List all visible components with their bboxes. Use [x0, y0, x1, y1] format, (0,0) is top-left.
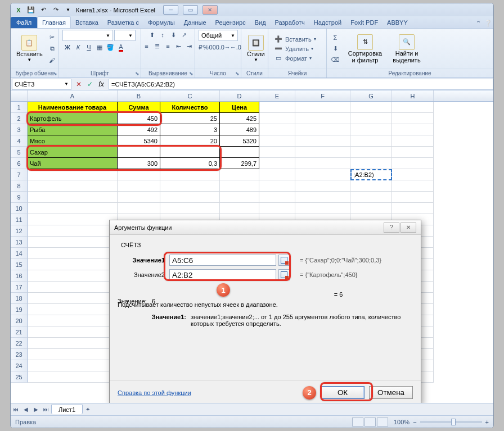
row-header[interactable]: 14 [11, 248, 28, 259]
cell[interactable]: 489 [220, 124, 259, 135]
cell[interactable] [295, 147, 350, 158]
cell[interactable] [259, 169, 295, 180]
cell[interactable] [28, 214, 118, 225]
border-icon[interactable]: ▦ [94, 42, 105, 52]
enter-formula-icon[interactable]: ✓ [85, 79, 95, 89]
cell[interactable] [28, 169, 118, 180]
cell[interactable] [392, 169, 434, 180]
tab-abbyy[interactable]: ABBYY [382, 17, 412, 28]
cell[interactable] [160, 192, 220, 203]
cell[interactable] [392, 180, 434, 192]
cell[interactable] [160, 169, 220, 180]
cell[interactable]: 20 [160, 135, 220, 147]
row-header[interactable]: 25 [11, 371, 28, 383]
cell[interactable] [259, 124, 295, 135]
view-normal-icon[interactable] [352, 418, 363, 427]
tab-data[interactable]: Данные [179, 17, 211, 28]
cell[interactable] [118, 147, 160, 158]
align-right-icon[interactable]: ≡ [163, 41, 173, 51]
col-header[interactable]: H [392, 90, 434, 101]
row-header[interactable]: 22 [11, 338, 28, 349]
align-center-icon[interactable]: ≣ [152, 41, 163, 51]
font-name-combo[interactable]: ▼ [62, 30, 113, 41]
arg2-range-button[interactable] [278, 269, 290, 280]
cell[interactable] [28, 315, 118, 326]
comma-icon[interactable]: 000 [209, 42, 219, 52]
row-header[interactable]: 5 [11, 147, 28, 158]
cell[interactable] [392, 203, 434, 214]
cell[interactable] [28, 270, 118, 282]
number-format-combo[interactable]: Общий▼ [199, 30, 238, 41]
minimize-button[interactable]: ─ [163, 5, 178, 15]
cell[interactable]: Картофель [28, 113, 118, 124]
find-select-button[interactable]: 🔍 Найти и выделить [388, 33, 426, 65]
cell[interactable] [28, 282, 118, 293]
insert-cells-button[interactable]: ➕Вставить ▾ [272, 35, 318, 44]
cell[interactable] [28, 248, 118, 259]
cell[interactable]: 5320 [220, 135, 259, 147]
sort-filter-button[interactable]: ⇅ Сортировка и фильтр [345, 33, 385, 65]
cell[interactable] [295, 135, 350, 147]
row-header[interactable]: 23 [11, 349, 28, 360]
cell[interactable] [392, 147, 434, 158]
cell[interactable]: 5340 [118, 135, 160, 147]
cell[interactable]: Рыба [28, 124, 118, 135]
qat-dropdown-icon[interactable]: ▼ [64, 6, 73, 15]
cell[interactable] [350, 124, 392, 135]
arg1-input[interactable] [169, 255, 276, 266]
clear-icon[interactable]: ⌫ [330, 55, 340, 65]
cut-icon[interactable]: ✂ [47, 33, 57, 43]
table-header[interactable]: Наименование товара [28, 102, 118, 113]
font-size-combo[interactable]: ▼ [114, 30, 136, 41]
paste-button[interactable]: 📋 Вставить ▼ [14, 34, 45, 63]
cell[interactable] [350, 135, 392, 147]
cell[interactable] [259, 102, 295, 113]
name-box[interactable]: СЧЁТЗ▼ [12, 79, 71, 90]
indent-inc-icon[interactable]: ⇥ [184, 41, 195, 51]
cell[interactable] [28, 304, 118, 315]
cell[interactable] [160, 147, 220, 158]
tab-addins[interactable]: Надстрой [309, 17, 346, 28]
styles-button[interactable]: 🔲 Стили ▼ [245, 34, 267, 63]
close-button[interactable]: ✕ [202, 5, 218, 15]
cell[interactable] [295, 102, 350, 113]
col-header[interactable]: B [118, 90, 160, 101]
row-header[interactable]: 7 [11, 169, 28, 180]
align-top-icon[interactable]: ⬆ [147, 30, 157, 40]
cell[interactable] [295, 203, 350, 214]
indent-dec-icon[interactable]: ⇤ [174, 41, 184, 51]
copy-icon[interactable]: ⧉ [47, 44, 57, 54]
fill-icon[interactable]: ⬇ [330, 44, 340, 54]
cell[interactable] [28, 180, 118, 192]
cancel-button[interactable]: Отмена [369, 386, 413, 399]
view-pagebreak-icon[interactable] [377, 418, 388, 427]
dialog-close-button[interactable]: ✕ [400, 223, 416, 233]
cell[interactable] [350, 147, 392, 158]
col-header[interactable]: D [220, 90, 259, 101]
cell[interactable]: 425 [220, 113, 259, 124]
cell[interactable] [295, 180, 350, 192]
cell[interactable]: 25 [160, 113, 220, 124]
ribbon-minimize-icon[interactable]: ⌃ [473, 18, 483, 28]
cell[interactable] [28, 192, 118, 203]
cell[interactable] [259, 203, 295, 214]
cell[interactable] [220, 169, 259, 180]
cell[interactable] [350, 203, 392, 214]
tab-view[interactable]: Вид [250, 17, 271, 28]
align-left-icon[interactable]: ≡ [142, 41, 152, 51]
maximize-button[interactable]: ▭ [183, 5, 198, 15]
row-header[interactable]: 6 [11, 158, 28, 169]
row-header[interactable]: 21 [11, 326, 28, 338]
arg2-input[interactable] [169, 269, 276, 280]
cell[interactable] [350, 113, 392, 124]
underline-icon[interactable]: Ч [84, 42, 94, 52]
cell[interactable] [118, 180, 160, 192]
zoom-in-icon[interactable]: + [485, 419, 489, 425]
row-header[interactable]: 13 [11, 237, 28, 248]
cell[interactable] [295, 113, 350, 124]
row-header[interactable]: 4 [11, 135, 28, 147]
cell[interactable] [28, 326, 118, 338]
row-header[interactable]: 8 [11, 180, 28, 192]
next-sheet-icon[interactable]: ▶ [31, 405, 41, 415]
row-header[interactable]: 19 [11, 304, 28, 315]
